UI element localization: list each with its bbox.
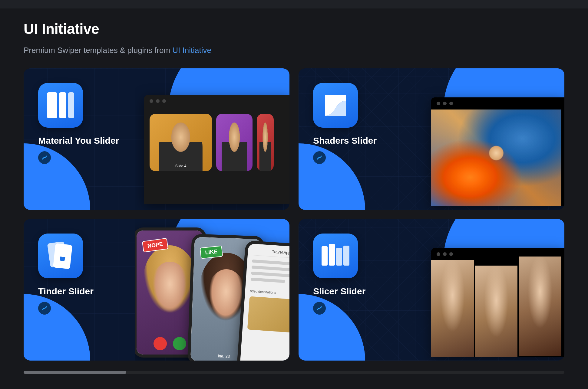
scrollbar-thumb[interactable] [24, 371, 126, 374]
card-preview: Slide 4 [135, 68, 289, 210]
top-bar [0, 0, 588, 8]
phone-mockup: Travel App nded destinations [236, 240, 289, 361]
template-card-slicer[interactable]: Slicer Slider [299, 219, 564, 361]
main-container: UI Initiative Premium Swiper templates &… [0, 8, 588, 380]
slider-preview: Slide 4 [144, 107, 289, 171]
template-card-material-you[interactable]: Material You Slider Slide 4 [24, 68, 289, 210]
window-controls [144, 95, 289, 107]
page-subtitle: Premium Swiper templates & plugins from … [24, 46, 564, 55]
bars-icon [313, 234, 358, 278]
mockup-window [431, 97, 564, 206]
reject-icon [154, 337, 167, 350]
phone-mockups: NOPE LIKE ina, 23 Travel App [135, 227, 289, 361]
slide-item [257, 114, 274, 171]
card-title: Shaders Slider [313, 136, 410, 146]
card-info: Tinder Slider [24, 219, 135, 361]
wave-icon [313, 83, 358, 128]
window-controls [431, 97, 564, 110]
svg-rect-11 [343, 246, 349, 266]
ui-initiative-link[interactable]: UI Initiative [172, 46, 211, 55]
swiper-icon [313, 302, 326, 315]
card-title: Material You Slider [38, 136, 135, 146]
card-info: Material You Slider [24, 68, 135, 210]
mockup-window: Slide 4 [144, 95, 289, 204]
svg-rect-6 [53, 243, 72, 269]
mockup-window [431, 248, 564, 357]
card-preview [410, 68, 564, 210]
swiper-icon [313, 151, 326, 164]
card-title: Slicer Slider [313, 286, 410, 296]
svg-rect-0 [47, 92, 57, 118]
svg-rect-2 [68, 92, 74, 118]
template-card-tinder[interactable]: Tinder Slider NOPE [24, 219, 289, 361]
swiper-icon [38, 302, 51, 315]
destination-image [247, 296, 289, 334]
card-info: Slicer Slider [299, 219, 410, 361]
swiper-icon [38, 151, 51, 164]
card-title: Tinder Slider [38, 286, 135, 296]
template-grid: Material You Slider Slide 4 [24, 68, 564, 361]
slide-caption: Slide 4 [150, 164, 212, 168]
card-preview [410, 219, 564, 361]
card-preview: NOPE LIKE ina, 23 Travel App [135, 219, 289, 361]
slide-item: Slide 4 [150, 114, 212, 171]
slicer-image [431, 260, 561, 357]
like-badge: LIKE [200, 246, 223, 259]
shader-image [431, 110, 561, 206]
page-title: UI Initiative [24, 21, 564, 37]
call-icon [173, 337, 186, 350]
horizontal-scrollbar[interactable] [24, 371, 564, 374]
svg-rect-1 [59, 92, 66, 118]
card-info: Shaders Slider [299, 68, 410, 210]
svg-rect-9 [329, 244, 335, 266]
svg-rect-10 [336, 248, 342, 266]
cards-like-icon [38, 234, 83, 278]
profile-name: ina, 23 [218, 354, 230, 358]
slide-item [216, 114, 253, 171]
columns-icon [38, 83, 83, 128]
template-card-shaders[interactable]: Shaders Slider [299, 68, 564, 210]
subtitle-text: Premium Swiper templates & plugins from [24, 46, 172, 55]
svg-rect-8 [322, 246, 328, 266]
